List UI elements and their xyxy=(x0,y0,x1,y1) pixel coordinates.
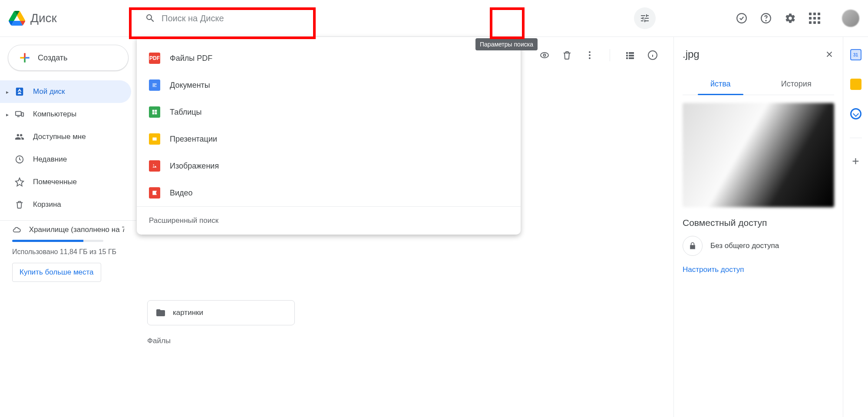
keep-app-icon[interactable] xyxy=(850,79,861,90)
lock-icon xyxy=(688,242,697,250)
docs-icon xyxy=(149,79,160,91)
nav-computers[interactable]: Компьютеры xyxy=(0,103,136,126)
close-button[interactable] xyxy=(825,50,834,59)
share-header: Совместный доступ xyxy=(683,218,834,228)
side-apps: + xyxy=(843,37,868,417)
details-title-row: .jpg xyxy=(683,48,834,60)
cloud-icon xyxy=(12,225,21,235)
svg-rect-12 xyxy=(152,138,156,141)
plus-icon xyxy=(18,51,32,65)
info-icon[interactable] xyxy=(647,50,658,60)
pdf-icon: PDF xyxy=(149,53,160,64)
list-view-icon[interactable] xyxy=(625,50,635,60)
offline-ready-icon[interactable] xyxy=(736,13,747,24)
svg-point-6 xyxy=(541,53,548,58)
details-preview[interactable] xyxy=(683,103,834,207)
image-icon xyxy=(149,160,160,172)
share-row: Без общего доступа xyxy=(683,236,834,256)
logo-area[interactable]: Диск xyxy=(9,10,135,26)
folder-card[interactable]: картинки xyxy=(147,300,295,325)
folder-icon xyxy=(155,308,166,318)
svg-point-2 xyxy=(766,20,766,21)
tab-properties[interactable]: йства xyxy=(683,73,759,95)
svg-point-10 xyxy=(589,57,591,59)
trash-icon[interactable] xyxy=(562,50,572,60)
nav-label: Недавние xyxy=(33,155,67,164)
suggest-pdf[interactable]: PDFФайлы PDF xyxy=(137,45,521,72)
suggest-slides[interactable]: Презентации xyxy=(137,126,521,152)
preview-icon[interactable] xyxy=(539,50,550,60)
tasks-app-icon[interactable] xyxy=(850,108,861,119)
suggest-advanced[interactable]: Расширенный поиск xyxy=(137,206,521,235)
nav-recent[interactable]: Недавние xyxy=(0,148,136,171)
shared-icon xyxy=(15,132,24,142)
lock-badge xyxy=(683,236,703,256)
create-button[interactable]: Создать xyxy=(8,45,129,71)
tab-history[interactable]: История xyxy=(759,73,835,95)
brand-name: Диск xyxy=(30,11,57,25)
search-icon xyxy=(145,13,155,23)
suggest-docs[interactable]: Документы xyxy=(137,72,521,99)
gear-icon[interactable] xyxy=(785,13,796,24)
header: Диск xyxy=(0,0,868,37)
details-filename: .jpg xyxy=(683,48,700,60)
search-suggestions: PDFФайлы PDF Документы Таблицы Презентац… xyxy=(137,37,521,235)
nav-starred[interactable]: Помеченные xyxy=(0,171,136,193)
details-tabs: йства История xyxy=(683,73,834,95)
svg-rect-3 xyxy=(16,112,21,116)
svg-point-0 xyxy=(737,13,746,23)
trash-icon xyxy=(15,200,24,209)
details-panel: .jpg йства История Совместный доступ Без… xyxy=(673,37,843,417)
files-header: Файлы xyxy=(147,337,663,345)
buy-storage-button[interactable]: Купить больше места xyxy=(12,263,101,282)
clock-icon xyxy=(15,155,24,164)
video-icon xyxy=(149,187,160,199)
nav-shared[interactable]: Доступные мне xyxy=(0,126,136,148)
storage-used: Использовано 11,84 ГБ из 15 ГБ xyxy=(12,247,124,257)
folder-row: картинки xyxy=(147,300,663,325)
nav-label: Помеченные xyxy=(33,178,77,186)
svg-point-13 xyxy=(153,165,154,165)
slides-icon xyxy=(149,133,160,145)
search-input[interactable] xyxy=(162,13,517,23)
configure-share-link[interactable]: Настроить доступ xyxy=(683,265,834,274)
search-box[interactable] xyxy=(135,5,521,31)
help-icon[interactable] xyxy=(760,13,772,24)
svg-point-9 xyxy=(589,54,591,56)
nav-label: Корзина xyxy=(33,200,61,209)
nav-label: Мой диск xyxy=(33,87,65,96)
create-label: Создать xyxy=(38,53,67,63)
svg-rect-4 xyxy=(22,113,24,116)
storage-bar xyxy=(12,240,103,242)
nav: Мой диск Компьютеры Доступные мне Недавн… xyxy=(0,80,136,216)
apps-icon[interactable] xyxy=(809,13,820,24)
storage-label[interactable]: Хранилище (заполнено на 78 xyxy=(29,225,124,234)
suggest-images[interactable]: Изображения xyxy=(137,152,521,179)
nav-label: Компьютеры xyxy=(33,110,76,119)
star-icon xyxy=(15,177,24,187)
more-icon[interactable] xyxy=(584,50,595,60)
tune-tooltip: Параметры поиска xyxy=(475,38,538,50)
search-tune-button[interactable] xyxy=(634,7,656,29)
close-icon xyxy=(825,50,834,59)
avatar[interactable] xyxy=(842,10,859,27)
sidebar: Создать Мой диск Компьютеры Доступные мн… xyxy=(0,37,137,417)
svg-point-7 xyxy=(544,54,546,56)
search-area xyxy=(135,5,723,31)
storage-section: Хранилище (заполнено на 78 Использовано … xyxy=(0,225,136,282)
tune-icon xyxy=(640,13,650,23)
nav-my-drive[interactable]: Мой диск xyxy=(0,80,131,103)
suggest-sheets[interactable]: Таблицы xyxy=(137,99,521,126)
nav-trash[interactable]: Корзина xyxy=(0,193,136,216)
sheets-icon xyxy=(149,106,160,118)
drive-logo-icon xyxy=(9,10,25,26)
svg-point-8 xyxy=(589,51,591,53)
main: Создать Мой диск Компьютеры Доступные мн… xyxy=(0,37,868,417)
calendar-app-icon[interactable] xyxy=(850,49,861,60)
add-app-icon[interactable]: + xyxy=(850,156,861,168)
content-area: PDFФайлы PDF Документы Таблицы Презентац… xyxy=(137,37,673,417)
share-status: Без общего доступа xyxy=(710,242,779,250)
header-actions xyxy=(736,10,859,27)
nav-label: Доступные мне xyxy=(33,132,86,141)
suggest-video[interactable]: Видео xyxy=(137,179,521,206)
